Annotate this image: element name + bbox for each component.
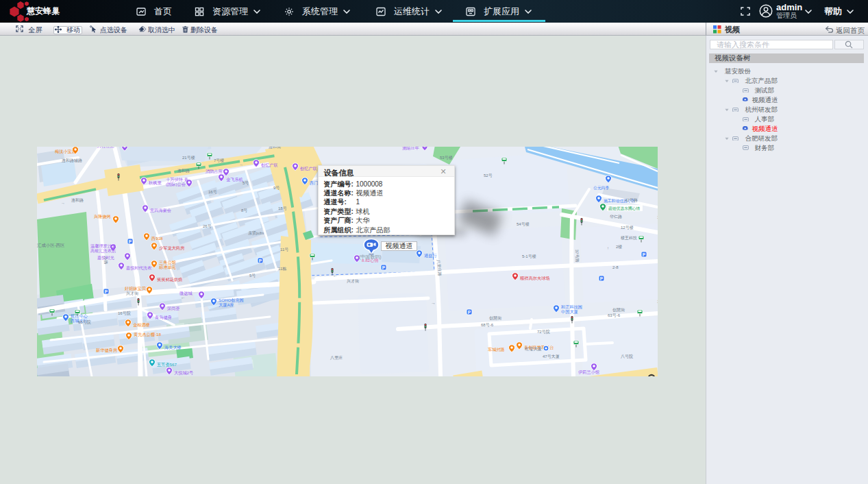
svg-text:楼王科技: 楼王科技 (621, 235, 637, 240)
svg-text:中国大厦: 中国大厦 (561, 309, 578, 315)
svg-text:26号: 26号 (203, 224, 212, 228)
svg-text:53号楼: 53号楼 (440, 156, 453, 160)
svg-text:连和路: 连和路 (71, 197, 84, 203)
svg-text:西门: 西门 (309, 180, 318, 186)
svg-text:海关大楼: 海关大楼 (164, 345, 182, 350)
svg-text:2-8: 2-8 (612, 265, 619, 269)
svg-text:顺祥高尔夫球场: 顺祥高尔夫球场 (520, 276, 549, 281)
svg-text:五芳斋567: 五芳斋567 (157, 362, 177, 367)
svg-text:创忆广联: 创忆广联 (261, 162, 278, 167)
svg-text:2楼: 2楼 (616, 245, 622, 249)
svg-text:68号-6: 68号-6 (481, 323, 494, 327)
svg-text:→: → (431, 300, 436, 305)
svg-text:创忆广联: 创忆广联 (300, 166, 317, 171)
svg-text:65号院: 65号院 (78, 319, 91, 325)
svg-text:金柏酒楼: 金柏酒楼 (133, 322, 150, 328)
svg-text:1-6: 1-6 (657, 215, 658, 219)
svg-text:P: P (382, 265, 386, 270)
svg-text:意四海宴会: 意四海宴会 (149, 208, 171, 213)
svg-text:高银汇洗衣店: 高银汇洗衣店 (90, 248, 116, 254)
svg-text:公元四季: 公元四季 (593, 185, 609, 191)
svg-text:5号: 5号 (249, 274, 256, 278)
svg-text:梅汰小宝店: 梅汰小宝店 (54, 149, 77, 154)
svg-text:八号院: 八号院 (621, 354, 633, 359)
svg-text:连和路辅路: 连和路辅路 (62, 158, 82, 163)
svg-text:创慧街: 创慧街 (489, 316, 502, 321)
svg-text:兴才街: 兴才街 (347, 278, 360, 284)
svg-text:52号: 52号 (484, 173, 493, 178)
svg-text:亲贤južn: 亲贤južn (248, 230, 264, 236)
svg-text:连和路: 连和路 (177, 168, 190, 173)
svg-text:P: P (468, 310, 471, 315)
svg-text:7号楼: 7号楼 (214, 158, 224, 162)
svg-text:好姐妹宝贝: 好姐妹宝贝 (125, 286, 147, 291)
svg-text:54号楼: 54号楼 (517, 222, 530, 226)
svg-text:5号: 5号 (243, 181, 249, 185)
svg-text:12号楼: 12号楼 (621, 226, 634, 230)
svg-text:红玺大厦: 红玺大厦 (525, 346, 542, 352)
svg-text:标准单元: 标准单元 (158, 265, 176, 270)
svg-text:47号大厦: 47号大厦 (543, 354, 560, 359)
svg-text:消防占用: 消防占用 (206, 169, 223, 174)
svg-text:→: → (239, 162, 243, 167)
svg-text:P: P (643, 252, 646, 257)
svg-text:西918: 西918 (151, 236, 163, 241)
svg-text:秋枫里: 秋枫里 (149, 180, 162, 185)
svg-text:荣尚荟: 荣尚荟 (167, 306, 180, 311)
svg-text:11栋: 11栋 (278, 267, 286, 271)
svg-text:大悦城2号: 大悦城2号 (174, 370, 193, 376)
svg-text:↑: ↑ (607, 246, 609, 250)
svg-text:←: ← (181, 295, 186, 300)
svg-text:兴才街: 兴才街 (126, 291, 139, 296)
svg-text:42号路: 42号路 (625, 198, 638, 203)
svg-text:通益行: 通益行 (424, 253, 437, 258)
svg-text:P: P (259, 258, 262, 263)
svg-text:兴隆烧烤: 兴隆烧烤 (94, 214, 111, 219)
svg-text:72号院: 72号院 (537, 329, 550, 335)
svg-text:P: P (600, 276, 604, 281)
svg-text:疏链优选东圃心情: 疏链优选东圃心情 (608, 206, 641, 211)
svg-text:新华健身房: 新华健身房 (95, 348, 118, 353)
svg-text:华仁路: 华仁路 (610, 215, 622, 219)
svg-text:9号: 9号 (273, 186, 280, 190)
svg-text:伊莉兰小馆: 伊莉兰小馆 (578, 370, 600, 375)
svg-text:P: P (105, 289, 108, 294)
svg-text:→: → (61, 201, 65, 205)
svg-text:P: P (129, 239, 132, 244)
svg-text:63号-6: 63号-6 (608, 313, 621, 317)
svg-text:(国际)公会: (国际)公会 (166, 182, 186, 187)
svg-text:8号: 8号 (241, 208, 247, 213)
svg-text:11号: 11号 (280, 247, 288, 252)
svg-text:16号院: 16号院 (118, 311, 131, 316)
svg-text:21号楼: 21号楼 (182, 156, 195, 160)
svg-text:创慧街: 创慧街 (612, 308, 625, 313)
svg-text:青鸟健身: 青鸟健身 (155, 315, 172, 320)
svg-text:笑笑鲜花烘焙: 笑笑鲜花烘焙 (157, 277, 183, 282)
svg-text:嘉悦时代洗衣: 嘉悦时代洗衣 (126, 265, 152, 271)
svg-text:16号: 16号 (208, 190, 217, 194)
svg-text:少军龙大药房: 少军龙大药房 (159, 245, 185, 251)
svg-text:←: ← (333, 273, 338, 278)
svg-text:黄先杰公棚·18: 黄先杰公棚·18 (134, 332, 161, 337)
svg-text:1号: 1号 (657, 300, 658, 304)
svg-text:金飞乐机: 金飞乐机 (226, 177, 244, 182)
svg-text:车城封路: 车城封路 (488, 347, 505, 352)
svg-text:18号: 18号 (278, 206, 287, 210)
svg-text:汇成小区-西区: 汇成小区-西区 (37, 243, 65, 248)
svg-text:5-1号楼: 5-1号楼 (522, 254, 536, 258)
svg-text:大厦A座: 大厦A座 (219, 302, 234, 308)
svg-text:八里庄: 八里庄 (330, 355, 343, 360)
